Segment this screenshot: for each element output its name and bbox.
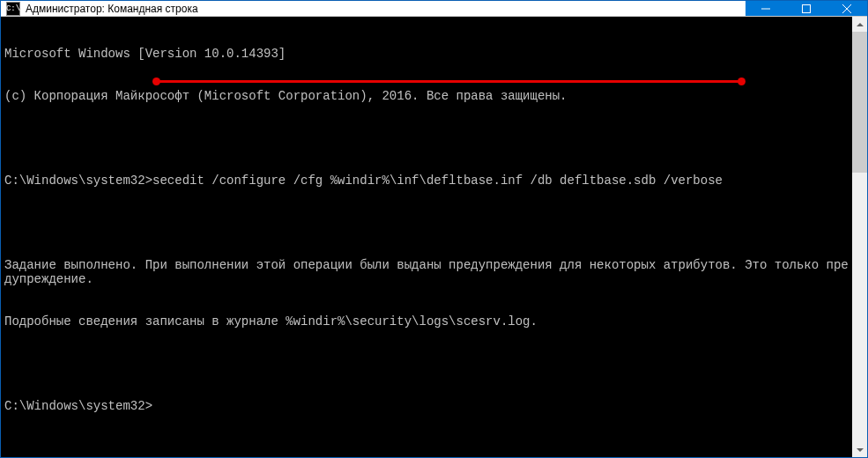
output-line-2: Подробные сведения записаны в журнале %w… bbox=[4, 314, 849, 329]
scrollbar-thumb[interactable] bbox=[852, 32, 867, 173]
blank-line bbox=[4, 216, 849, 230]
scrollbar-track[interactable] bbox=[852, 32, 867, 442]
scroll-up-button[interactable] bbox=[852, 17, 867, 32]
prompt: C:\Windows\system32> bbox=[4, 399, 152, 413]
prompt: C:\Windows\system32> bbox=[4, 174, 152, 188]
svg-marker-5 bbox=[857, 448, 864, 452]
close-button[interactable] bbox=[827, 1, 867, 16]
cmd-icon: C:\ bbox=[6, 2, 20, 16]
chevron-up-icon bbox=[857, 23, 864, 26]
terminal-output[interactable]: Microsoft Windows [Version 10.0.14393] (… bbox=[1, 17, 852, 457]
svg-rect-1 bbox=[803, 4, 811, 12]
window-controls bbox=[746, 1, 867, 16]
blank-line bbox=[4, 357, 849, 371]
svg-marker-4 bbox=[857, 23, 864, 26]
titlebar[interactable]: C:\ Администратор: Командная строка bbox=[1, 1, 867, 17]
command-line-2: C:\Windows\system32> bbox=[4, 399, 849, 413]
copyright-line: (c) Корпорация Майкрософт (Microsoft Cor… bbox=[4, 89, 849, 103]
maximize-button[interactable] bbox=[786, 1, 827, 16]
command-line-1: C:\Windows\system32>secedit /configure /… bbox=[4, 174, 849, 188]
vertical-scrollbar[interactable] bbox=[852, 17, 867, 457]
blank-line bbox=[4, 131, 849, 145]
red-underline-annotation bbox=[156, 80, 742, 83]
close-icon bbox=[842, 4, 851, 13]
chevron-down-icon bbox=[857, 448, 864, 452]
scroll-down-button[interactable] bbox=[852, 442, 867, 457]
command-text: secedit /configure /cfg %windir%\inf\def… bbox=[152, 174, 723, 188]
version-line: Microsoft Windows [Version 10.0.14393] bbox=[4, 47, 849, 61]
maximize-icon bbox=[802, 4, 811, 13]
minimize-button[interactable] bbox=[746, 1, 786, 16]
command-prompt-window: C:\ Администратор: Командная строка Micr… bbox=[0, 0, 868, 458]
output-line-1: Задание выполнено. При выполнении этой о… bbox=[4, 258, 849, 286]
content-area: Microsoft Windows [Version 10.0.14393] (… bbox=[1, 17, 867, 457]
minimize-icon bbox=[761, 4, 770, 13]
window-title: Администратор: Командная строка bbox=[26, 3, 746, 15]
